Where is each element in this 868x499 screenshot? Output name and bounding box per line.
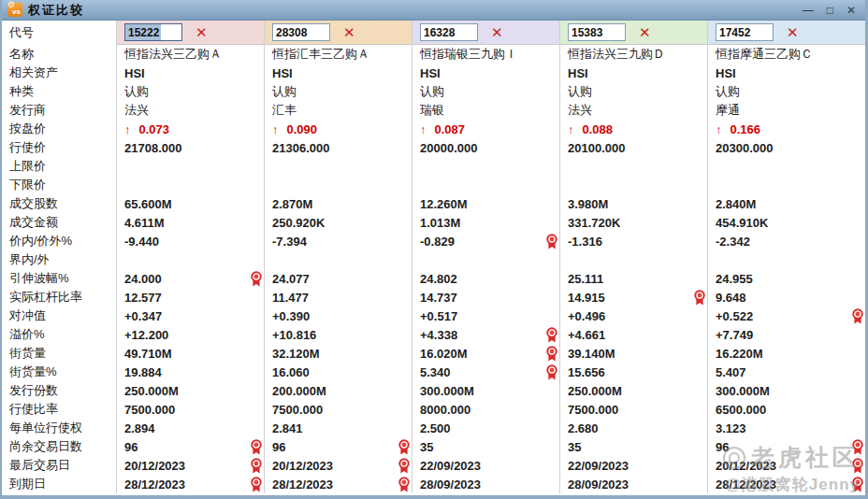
cell-value: 49.710M: [124, 347, 172, 361]
table-cell: 65.600M: [117, 194, 265, 213]
row-label: 价内/价外%: [2, 232, 117, 250]
nominal-price-value: 0.088: [583, 122, 614, 136]
table-cell: HSI: [265, 64, 412, 82]
cell-value: HSI: [420, 66, 441, 80]
code-input[interactable]: [716, 23, 774, 41]
table-cell: 12.577: [117, 288, 265, 307]
row-label: 上限价: [2, 157, 117, 176]
remove-column-icon[interactable]: ✕: [195, 25, 208, 39]
table-cell: 35: [412, 437, 560, 456]
table-cell: 认购: [265, 82, 412, 101]
cell-value: 7500.000: [568, 403, 618, 417]
cell-value: 15.656: [568, 365, 605, 379]
minimize-icon[interactable]: —: [803, 5, 814, 16]
cell-value: +4.661: [568, 328, 605, 342]
cell-value: 20/12/2023: [716, 459, 776, 473]
table-cell: [117, 176, 265, 194]
row-label: 溢价%: [2, 325, 117, 344]
row-label: 引伸波幅%: [2, 269, 117, 288]
best-value-medal-icon: [851, 439, 864, 455]
cell-value: 20/12/2023: [272, 459, 333, 473]
code-input[interactable]: [272, 23, 330, 41]
table-cell: [560, 176, 708, 194]
cell-value: 2.500: [420, 421, 451, 435]
table-cell: 24.000: [117, 269, 265, 288]
table-cell: ↑0.073: [117, 120, 265, 138]
table-cell: 认购: [560, 82, 708, 101]
table-cell: +4.338: [412, 325, 560, 344]
table-cell: 16.220M: [708, 344, 865, 363]
best-value-medal-icon: [250, 477, 263, 492]
table-cell: 300.000M: [708, 381, 865, 400]
table-cell: [412, 157, 560, 176]
cell-value: HSI: [124, 66, 145, 80]
table-cell: ↑0.090: [265, 120, 412, 138]
cell-value: 认购: [716, 83, 740, 100]
table-cell: 5.340: [412, 363, 560, 381]
table-cell: 28/12/2023: [265, 475, 412, 493]
row-label: 街货量: [2, 344, 117, 363]
table-cell: 摩通: [708, 101, 865, 120]
up-arrow-icon: ↑: [568, 122, 574, 136]
table-cell: [708, 250, 865, 269]
cell-value: 24.077: [272, 272, 310, 286]
cell-value: 24.802: [420, 272, 457, 286]
cell-value: 32.120M: [272, 347, 320, 361]
table-cell: 2.841: [265, 419, 412, 437]
code-input[interactable]: [420, 23, 478, 41]
cell-value: 200.000M: [272, 384, 326, 398]
maximize-icon[interactable]: □: [827, 5, 833, 16]
title-bar[interactable]: vs 权证比较 — □ ✕: [2, 0, 865, 21]
table-cell: [560, 250, 708, 269]
table-cell: 7500.000: [265, 400, 412, 419]
cell-value: 331.720K: [568, 216, 620, 230]
table-cell: [117, 250, 265, 269]
cell-value: 35: [420, 440, 433, 454]
remove-column-icon[interactable]: ✕: [639, 25, 651, 39]
cell-value: +12.200: [124, 328, 168, 342]
warrant-compare-window: vs 权证比较 — □ ✕ 代号✕✕✕✕✕名称恒指法兴三乙购Ａ恒指汇丰三乙购Ａ恒…: [0, 0, 868, 499]
cell-value: 5.340: [420, 365, 451, 379]
table-cell: -9.440: [117, 232, 265, 250]
cell-value: 恒指瑞银三九购Ｉ: [420, 46, 517, 63]
remove-column-icon[interactable]: ✕: [787, 25, 799, 39]
table-cell: [412, 176, 560, 194]
table-cell: 3.980M: [560, 194, 708, 213]
cell-value: 65.600M: [124, 197, 172, 211]
table-cell: 2.500: [412, 419, 560, 437]
up-arrow-icon: ↑: [420, 122, 427, 136]
cell-value: 认购: [124, 83, 149, 100]
table-cell: 20/12/2023: [117, 456, 265, 475]
cell-value: 汇丰: [272, 102, 297, 119]
cell-value: 瑞银: [420, 102, 444, 119]
cell-value: 16.020M: [420, 347, 468, 361]
cell-value: HSI: [272, 66, 293, 80]
window-controls: — □ ✕: [803, 5, 860, 16]
row-label: 最后交易日: [2, 456, 117, 475]
cell-value: 96: [272, 440, 285, 454]
code-input[interactable]: [568, 23, 626, 41]
close-icon[interactable]: ✕: [846, 5, 856, 16]
table-cell: +4.661: [560, 325, 708, 344]
cell-value: 28/09/2023: [568, 478, 629, 492]
code-cell-col2: ✕: [265, 21, 412, 45]
cell-value: -7.394: [272, 235, 307, 249]
table-cell: 11.477: [265, 288, 412, 307]
remove-column-icon[interactable]: ✕: [491, 25, 503, 39]
table-cell: 2.680: [560, 419, 708, 437]
best-value-medal-icon: [250, 439, 263, 455]
cell-value: 2.894: [124, 421, 155, 435]
row-label: 行使价: [2, 138, 117, 157]
row-label: 成交股数: [2, 194, 117, 213]
cell-value: 39.140M: [568, 347, 615, 361]
cell-value: 96: [716, 440, 729, 454]
cell-value: +0.522: [716, 309, 753, 323]
window-title: 权证比较: [28, 2, 84, 19]
remove-column-icon[interactable]: ✕: [343, 25, 355, 39]
cell-value: 11.477: [272, 291, 309, 305]
cell-value: +0.517: [420, 309, 457, 323]
cell-value: -2.342: [716, 235, 750, 249]
row-label: 尚余交易日数: [2, 437, 117, 456]
cell-value: 恒指汇丰三乙购Ａ: [272, 46, 369, 63]
code-input[interactable]: [124, 23, 182, 41]
